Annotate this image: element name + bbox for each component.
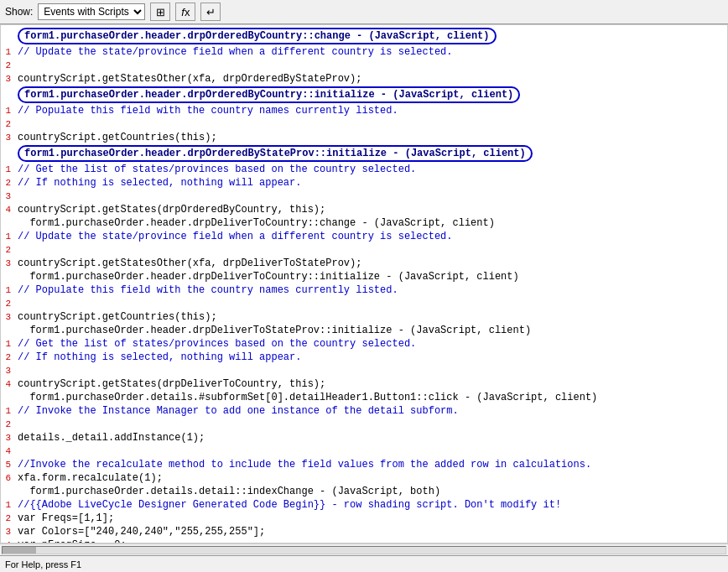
line-number: 2 (1, 418, 14, 431)
line-text: var nFreqSize = 0; (14, 538, 727, 543)
back-button[interactable]: ↵ (200, 3, 221, 21)
line-text: form1.purchaseOrder.header.drpOrderedByS… (14, 144, 727, 163)
line-number: 1 (1, 163, 14, 176)
code-line: 3countryScript.getStatesOther(xfa, drpOr… (1, 72, 727, 86)
code-line: 1// Update the state/province field when… (1, 45, 727, 59)
code-line: 3 (1, 190, 727, 203)
code-line: 2// If nothing is selected, nothing will… (1, 176, 727, 190)
code-line: form1.purchaseOrder.header.drpDeliverToC… (1, 270, 727, 283)
event-header-badge: form1.purchaseOrder.header.drpOrderedByC… (18, 86, 520, 103)
line-text: // If nothing is selected, nothing will … (14, 351, 727, 364)
code-line: form1.purchaseOrder.header.drpDeliverToC… (1, 216, 727, 230)
line-number: 3 (1, 257, 14, 270)
line-number: 2 (1, 59, 14, 72)
line-text: form1.purchaseOrder.header.drpOrderedByC… (14, 27, 727, 45)
line-text: details._detail.addInstance(1); (14, 431, 727, 445)
line-number: 3 (1, 431, 14, 445)
code-line: 2 (1, 297, 727, 310)
line-number: 2 (1, 243, 14, 257)
code-line: 1// Update the state/province field when… (1, 230, 727, 243)
code-line: 3countryScript.getStatesOther(xfa, drpDe… (1, 257, 727, 270)
line-text: form1.purchaseOrder.header.drpDeliverToC… (14, 216, 727, 230)
code-line: 3countryScript.getCountries(this); (1, 131, 727, 144)
show-select[interactable]: Events with ScriptsAll EventsJavaScriptF… (38, 3, 145, 20)
statusbar: For Help, press F1 (0, 555, 728, 572)
line-number: 4 (1, 377, 14, 391)
line-text: countryScript.getStatesOther(xfa, drpOrd… (14, 72, 727, 86)
line-number: 3 (1, 310, 14, 324)
code-line: 2 (1, 243, 727, 257)
function-button[interactable]: fx (175, 3, 195, 21)
line-text: // Update the state/province field when … (14, 230, 727, 243)
show-label: Show: (5, 6, 33, 18)
code-line: 3details._detail.addInstance(1); (1, 431, 727, 445)
code-line: form1.purchaseOrder.details.detail::inde… (1, 485, 727, 498)
line-number: 1 (1, 498, 14, 512)
hscroll-track[interactable] (2, 546, 726, 554)
line-text: //Invoke the recalculate method to inclu… (14, 458, 727, 471)
line-number: 2 (1, 512, 14, 525)
line-number: 3 (1, 525, 14, 538)
line-text: // Invoke the Instance Manager to add on… (14, 404, 727, 418)
line-number: 3 (1, 364, 14, 377)
line-text: countryScript.getCountries(this); (14, 131, 727, 144)
event-header-badge: form1.purchaseOrder.header.drpOrderedByS… (18, 145, 533, 162)
code-line: 2 (1, 59, 727, 72)
code-line: form1.purchaseOrder.header.drpOrderedByC… (1, 86, 727, 104)
line-text: var Colors=["240,240,240","255,255,255"]… (14, 525, 727, 538)
code-content: form1.purchaseOrder.header.drpOrderedByC… (1, 25, 727, 543)
line-number: 1 (1, 45, 14, 59)
line-number: 3 (1, 72, 14, 86)
line-number: 2 (1, 297, 14, 310)
code-line: 4countryScript.getStates(drpOrderedByCou… (1, 203, 727, 216)
line-number: 3 (1, 131, 14, 144)
line-number: 4 (1, 538, 14, 543)
line-text: xfa.form.recalculate(1); (14, 471, 727, 485)
line-number: 3 (1, 190, 14, 203)
line-number: 1 (1, 283, 14, 297)
code-line: 1// Populate this field with the country… (1, 283, 727, 297)
code-line: 6xfa.form.recalculate(1); (1, 471, 727, 485)
line-text: // Get the list of states/provinces base… (14, 337, 727, 351)
line-text: form1.purchaseOrder.details.detail::inde… (14, 485, 727, 498)
line-number: 2 (1, 117, 14, 131)
line-number: 5 (1, 458, 14, 471)
code-line: 2var Freqs=[1,1]; (1, 512, 727, 525)
line-text: // If nothing is selected, nothing will … (14, 176, 727, 190)
line-text: // Get the list of states/provinces base… (14, 163, 727, 176)
code-line: 5//Invoke the recalculate method to incl… (1, 458, 727, 471)
code-area[interactable]: form1.purchaseOrder.header.drpOrderedByC… (0, 24, 728, 543)
line-number: 4 (1, 445, 14, 458)
code-line: form1.purchaseOrder.header.drpOrderedByS… (1, 144, 727, 163)
code-line: 1// Get the list of states/provinces bas… (1, 337, 727, 351)
line-text: form1.purchaseOrder.header.drpOrderedByC… (14, 86, 727, 104)
code-line: 1// Invoke the Instance Manager to add o… (1, 404, 727, 418)
toolbar: Show: Events with ScriptsAll EventsJavaS… (0, 0, 728, 24)
line-number: 1 (1, 104, 14, 117)
code-line: 2// If nothing is selected, nothing will… (1, 351, 727, 364)
line-number: 2 (1, 351, 14, 364)
code-line: 4countryScript.getStates(drpDeliverToCou… (1, 377, 727, 391)
line-text: // Update the state/province field when … (14, 45, 727, 59)
code-line: 1// Populate this field with the country… (1, 104, 727, 117)
code-line: 2 (1, 418, 727, 431)
code-line: 3var Colors=["240,240,240","255,255,255"… (1, 525, 727, 538)
code-line: 3countryScript.getCountries(this); (1, 310, 727, 324)
line-number: 4 (1, 203, 14, 216)
line-text: form1.purchaseOrder.details.#subformSet[… (14, 391, 727, 404)
hscroll-thumb[interactable] (3, 547, 36, 554)
statusbar-text: For Help, press F1 (5, 559, 81, 569)
line-number: 2 (1, 176, 14, 190)
line-number: 1 (1, 230, 14, 243)
line-text: countryScript.getStatesOther(xfa, drpDel… (14, 257, 727, 270)
line-text: countryScript.getCountries(this); (14, 310, 727, 324)
line-text: //{{Adobe LiveCycle Designer Generated C… (14, 498, 727, 512)
code-line: form1.purchaseOrder.header.drpOrderedByC… (1, 27, 727, 45)
code-line: 2 (1, 117, 727, 131)
grid-button[interactable]: ⊞ (150, 3, 170, 21)
line-text: var Freqs=[1,1]; (14, 512, 727, 525)
line-text: form1.purchaseOrder.header.drpDeliverToS… (14, 324, 727, 337)
hscroll-bar[interactable] (0, 543, 728, 555)
code-line: 1// Get the list of states/provinces bas… (1, 163, 727, 176)
line-number: 1 (1, 404, 14, 418)
